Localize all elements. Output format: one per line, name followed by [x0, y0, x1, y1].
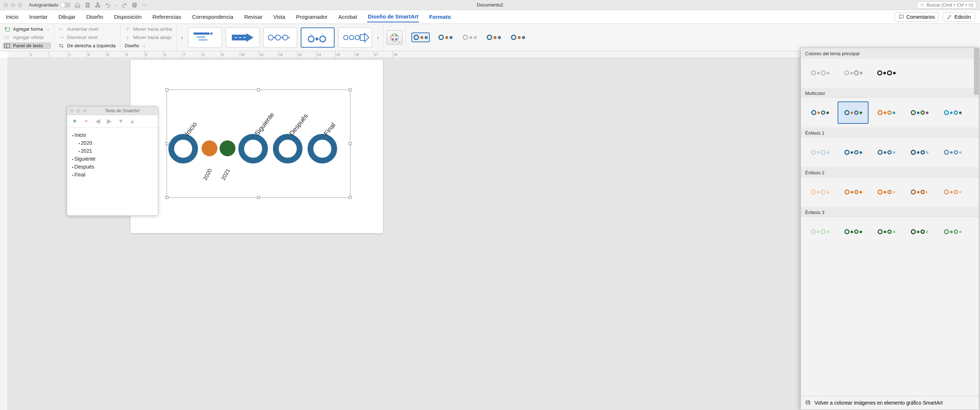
style-option-1-selected[interactable]: [411, 32, 430, 42]
smartart-style-gallery: [406, 24, 532, 51]
move-up-button[interactable]: Mover hacia arriba: [123, 26, 174, 32]
svg-point-17: [283, 35, 288, 40]
tab-programador[interactable]: Programador: [295, 11, 328, 22]
add-shape-label: Agregar forma: [13, 26, 43, 32]
search-icon: [920, 3, 924, 7]
style-option-5[interactable]: [509, 33, 527, 41]
add-shape-button[interactable]: Agregar forma⌄: [3, 26, 51, 32]
zoom-dot[interactable]: [18, 3, 22, 7]
tab-insertar[interactable]: Insertar: [29, 11, 48, 22]
toggle-icon[interactable]: [60, 3, 71, 8]
text-panel-button[interactable]: Panel de texto: [3, 43, 51, 49]
text-panel-label: Panel de texto: [13, 43, 43, 48]
undo-chevron-icon[interactable]: ⌄: [115, 2, 118, 8]
move-down-label: Mover hacia abajo: [134, 35, 172, 40]
rtl-button[interactable]: De derecha a izquierda: [57, 43, 117, 49]
arrow-up-icon: [125, 27, 130, 32]
svg-point-18: [308, 36, 314, 42]
style-option-3[interactable]: [461, 33, 478, 41]
layout-next-button[interactable]: ›: [376, 34, 380, 41]
arrow-left-icon: [59, 27, 64, 32]
tab-revisar[interactable]: Revisar: [243, 11, 263, 22]
autosave-toggle[interactable]: Autoguardado: [29, 2, 71, 8]
add-bullet-icon: [4, 35, 10, 40]
style-option-2[interactable]: [437, 33, 454, 41]
dropdown-section-header: Colores del tema principal: [801, 48, 979, 58]
tab-dibujar[interactable]: Dibujar: [58, 11, 76, 22]
edit-button[interactable]: Edición: [942, 12, 975, 22]
style-option-4[interactable]: [485, 33, 502, 41]
comments-label: Comentarios: [907, 14, 935, 20]
autosave-label: Autoguardado: [29, 2, 59, 8]
layout-option-4-selected[interactable]: [301, 27, 335, 48]
layout-option-5[interactable]: [338, 27, 372, 48]
titlebar: Autoguardado ⌄ ⋯ Documento2 Buscar (Cmd …: [0, 0, 980, 10]
promote-button[interactable]: Aumentar nivel: [57, 26, 117, 32]
rtl-label: De derecha a izquierda: [67, 43, 115, 48]
color-dropdown[interactable]: Colores del tema principalMulticolorÉnfa…: [800, 48, 979, 58]
comments-button[interactable]: Comentarios: [894, 12, 939, 22]
svg-rect-13: [197, 36, 205, 38]
layout-option-2[interactable]: [226, 27, 259, 48]
svg-point-23: [355, 35, 360, 40]
demote-label: Disminuir nivel: [67, 35, 98, 40]
search-placeholder: Buscar (Cmd + Ctrl + U): [927, 3, 973, 8]
tab-correspondencia[interactable]: Correspondencia: [191, 11, 234, 22]
home-icon[interactable]: [74, 2, 81, 8]
hierarchy-icon[interactable]: [94, 2, 101, 8]
ribbon-tabs: Inicio Insertar Dibujar Diseño Disposici…: [0, 10, 980, 24]
print-icon[interactable]: [131, 2, 138, 8]
svg-point-10: [4, 38, 5, 39]
tab-vista[interactable]: Vista: [273, 11, 286, 22]
svg-rect-14: [199, 39, 207, 41]
add-bullet-label: Agregar viñeta: [13, 35, 44, 40]
svg-rect-5: [133, 5, 135, 7]
text-panel-icon: [4, 43, 10, 48]
undo-icon[interactable]: [105, 2, 111, 8]
tab-referencias[interactable]: Referencias: [152, 11, 182, 22]
svg-rect-7: [6, 28, 10, 31]
palette-icon: [390, 34, 398, 41]
move-up-label: Mover hacia arriba: [134, 26, 172, 32]
dropdown-scrollbar[interactable]: [974, 48, 979, 58]
layout-option-3[interactable]: [263, 27, 297, 48]
svg-rect-11: [5, 44, 10, 48]
more-icon[interactable]: ⋯: [142, 2, 148, 8]
svg-point-15: [268, 35, 273, 40]
change-colors-button[interactable]: ⌄: [383, 24, 406, 51]
tab-disposicion[interactable]: Disposición: [113, 11, 142, 22]
window-traffic-lights: [0, 3, 22, 7]
layout-label: Diseño: [125, 43, 139, 48]
layout-option-1[interactable]: [188, 27, 222, 48]
svg-point-19: [315, 38, 318, 40]
smartart-toolbar: Agregar forma⌄ Agregar viñeta Panel de t…: [0, 24, 980, 51]
svg-point-20: [320, 36, 326, 42]
svg-point-21: [344, 35, 348, 40]
tab-acrobat[interactable]: Acrobat: [338, 11, 358, 22]
arrow-down-icon: [125, 35, 130, 40]
svg-rect-12: [194, 32, 210, 35]
tab-formato[interactable]: Formato: [428, 11, 452, 22]
demote-button[interactable]: Disminuir nivel: [57, 34, 117, 40]
redo-icon[interactable]: [121, 2, 128, 8]
move-down-button[interactable]: Mover hacia abajo: [123, 34, 174, 40]
layout-gallery: ‹ ›: [177, 24, 383, 51]
layout-dropdown[interactable]: Diseño⌄: [123, 43, 174, 49]
tab-inicio[interactable]: Inicio: [5, 11, 19, 22]
search-input[interactable]: Buscar (Cmd + Ctrl + U): [917, 2, 977, 9]
svg-rect-1: [95, 6, 97, 7]
add-shape-icon: [4, 27, 10, 32]
rtl-icon: [59, 43, 64, 48]
tab-diseno[interactable]: Diseño: [86, 11, 104, 22]
edit-label: Edición: [955, 14, 971, 20]
add-bullet-button[interactable]: Agregar viñeta: [3, 34, 51, 40]
close-dot[interactable]: [3, 3, 8, 7]
tab-smartart-design[interactable]: Diseño de SmartArt: [367, 11, 419, 22]
layout-prev-button[interactable]: ‹: [180, 34, 184, 41]
svg-point-9: [4, 37, 5, 38]
pencil-icon: [947, 14, 952, 20]
minimize-dot[interactable]: [11, 3, 15, 7]
svg-rect-3: [133, 3, 136, 4]
save-icon[interactable]: [84, 2, 91, 8]
document-title: Documento2: [477, 2, 503, 8]
